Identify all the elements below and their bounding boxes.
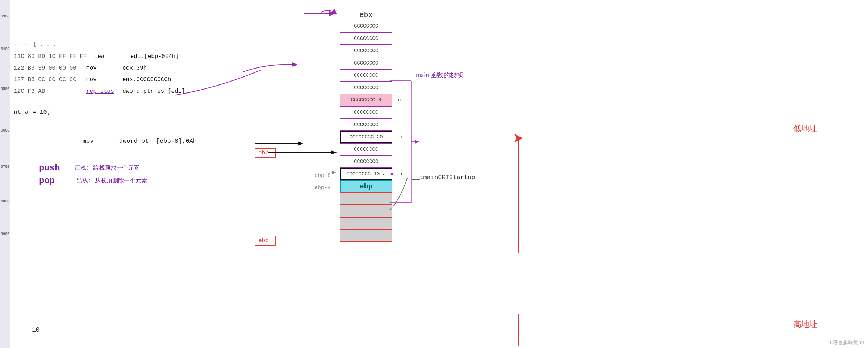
asm-line-3: 127 B8 CC CC CC CC mov eax,0CCCCCCCCh xyxy=(14,74,185,86)
stack-cell-2: CCCCCCCC xyxy=(340,45,392,57)
asm-line-4: 12C F3 AB rep stos dword ptr es:[edi] xyxy=(14,86,185,97)
stack-cell-3: CCCCCCCC xyxy=(340,57,392,69)
ruler-tick-6500: 6500 xyxy=(1,87,9,91)
ebp-box-2: ebp_ xyxy=(255,236,276,246)
asm-line-1: 11C 8D BD 1C FF FF FF lea edi,[ebp-0E4h] xyxy=(14,51,185,62)
ruler-tick-6900: 6900 xyxy=(1,232,9,236)
watermark: C语言趣味教hh xyxy=(830,340,864,346)
asm-addr-3: 127 B8 CC CC CC CC xyxy=(14,74,79,86)
c-code-line: nt a = 10; xyxy=(14,109,51,116)
push-desc: 压栈: 给栈顶放一个元素 xyxy=(75,164,139,172)
stack-cell-11: CCCCCCCC xyxy=(340,156,392,168)
crt-label: __tmainCRTStartup xyxy=(412,174,475,181)
mov-mnemonic: mov xyxy=(83,138,94,145)
b-label: b xyxy=(399,134,402,140)
stack-cells: ebx CCCCCCCC CCCCCCCC CCCCCCCC CCCCCCCC … xyxy=(340,11,392,242)
ruler-tick-6600: 6600 xyxy=(1,129,9,133)
asm-operand-4: dword ptr es:[edi] xyxy=(122,86,185,97)
asm-addr-1: 11C 8D BD 1C FF FF FF xyxy=(14,51,87,62)
ruler-tick-6400: 6400 xyxy=(1,47,9,51)
asm-mnemonic-4: rep stos xyxy=(86,86,115,97)
stack-cell-0: CCCCCCCC xyxy=(340,20,392,32)
stack-cell-gray-2 xyxy=(340,205,392,217)
asm-mnemonic-1: lea xyxy=(94,51,123,62)
stack-cell-b: CCCCCCCC 20 b xyxy=(340,131,392,143)
pop-desc: 出栈: 从栈顶删除一个元素 xyxy=(76,177,147,185)
asm-addr-2: 122 B9 39 00 00 00 xyxy=(14,62,79,74)
stack-cell-6: CCCCCCCC 0 c xyxy=(340,94,392,106)
asm-operand-3: eax,0CCCCCCCCh xyxy=(122,74,171,86)
ruler-tick-6300: 6300 xyxy=(1,14,9,18)
ruler-tick-6800: 6800 xyxy=(1,199,9,203)
main-content: -- -- [ . . . 11C 8D BD 1C FF FF FF lea … xyxy=(10,0,868,348)
asm-mnemonic-2: mov xyxy=(86,62,115,74)
ebp-8-label: ebp-8 xyxy=(314,173,331,179)
ebx-label: ebx xyxy=(340,11,392,19)
main-frame-label: main 函数的栈帧 xyxy=(416,71,463,79)
a-label: a xyxy=(399,171,402,177)
ruler-tick-6700: 6700 xyxy=(1,165,9,169)
low-addr-label: 低地址 xyxy=(793,123,817,134)
stack-cell-a: CCCCCCCC 10-a a xyxy=(340,168,392,180)
ebp-box-1: ebp_ xyxy=(255,148,276,158)
c-label: c xyxy=(398,97,401,103)
asm-operand-2: ecx,39h xyxy=(122,62,147,74)
asm-addr-4: 12C F3 AB xyxy=(14,86,79,97)
pop-label: pop xyxy=(39,176,55,186)
ebp-4-label: ebp-4 xyxy=(314,185,331,191)
bottom-number: 10 xyxy=(32,326,40,334)
asm-mnemonic-3: mov xyxy=(86,74,115,86)
stack-cell-10: CCCCCCCC xyxy=(340,143,392,156)
stack-cell-gray-3 xyxy=(340,217,392,229)
stack-cell-5: CCCCCCCC xyxy=(340,82,392,94)
push-label: push xyxy=(39,163,60,173)
mov-operand: dword ptr [ebp-8],0Ah xyxy=(119,138,197,145)
push-pop-section: push 压栈: 给栈顶放一个元素 pop 出栈: 从栈顶删除一个元素 xyxy=(39,163,147,186)
stack-cell-4: CCCCCCCC xyxy=(340,69,392,82)
stack-cell-gray-4 xyxy=(340,229,392,242)
ebp-cell-label: ebp xyxy=(359,182,372,191)
asm-section: -- -- [ . . . 11C 8D BD 1C FF FF FF lea … xyxy=(14,40,185,97)
stack-cell-8: CCCCCCCC xyxy=(340,119,392,131)
high-addr-label: 高地址 xyxy=(793,319,817,330)
c-code-text: nt a = 10; xyxy=(14,109,51,116)
stack-cell-7: CCCCCCCC xyxy=(340,106,392,119)
asm-operand-1: edi,[ebp-0E4h] xyxy=(130,51,179,62)
asm-line-2: 122 B9 39 00 00 00 mov ecx,39h xyxy=(14,62,185,74)
ruler: 6300 6400 6500 6600 6700 6800 6900 xyxy=(0,0,10,348)
stack-cell-ebp: ebp xyxy=(340,180,392,192)
asm-header: -- -- [ . . . xyxy=(14,40,185,49)
stack-cell-1: CCCCCCCC xyxy=(340,32,392,45)
stack-cell-gray-1 xyxy=(340,192,392,205)
mov-instruction-line: mov dword ptr [ebp-8],0Ah xyxy=(83,138,197,145)
